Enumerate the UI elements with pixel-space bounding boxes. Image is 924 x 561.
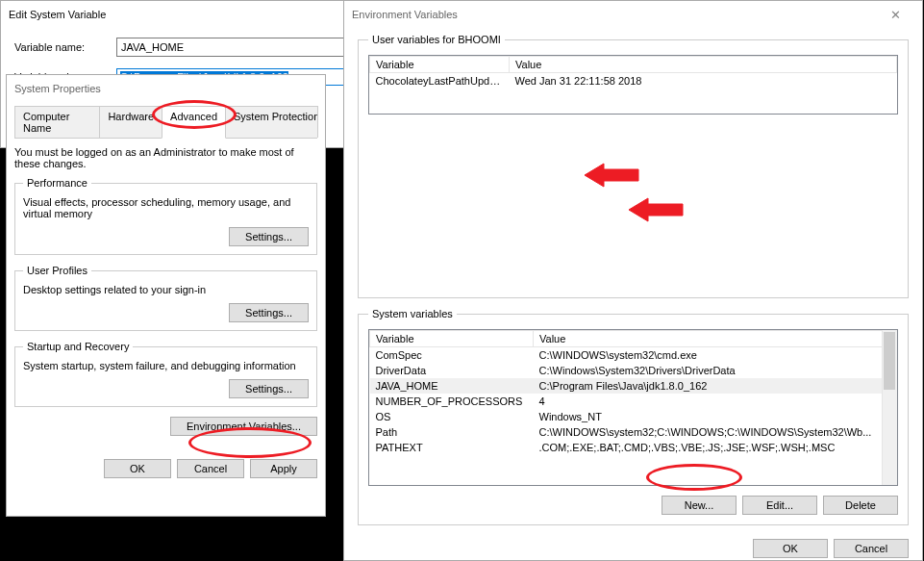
user-variables-table[interactable]: Variable Value ChocolateyLastPathUpdateW… <box>368 55 898 115</box>
tab-hardware[interactable]: Hardware <box>99 106 162 138</box>
system-variables-legend: System variables <box>368 308 457 319</box>
performance-legend: Performance <box>23 177 91 189</box>
variable-name-label: Variable name: <box>14 41 116 53</box>
table-row[interactable]: DriverDataC:\Windows\System32\Drivers\Dr… <box>370 363 897 378</box>
cell-variable: DriverData <box>370 363 534 378</box>
performance-desc: Visual effects, processor scheduling, me… <box>23 196 309 219</box>
sysprops-cancel-button[interactable]: Cancel <box>177 459 244 478</box>
table-row[interactable]: OSWindows_NT <box>370 409 897 424</box>
sysprops-apply-button[interactable]: Apply <box>250 459 317 478</box>
envvars-ok-button[interactable]: OK <box>753 539 828 558</box>
sysprops-titlebar: System Properties <box>7 75 325 102</box>
user-variables-legend: User variables for BHOOMI <box>368 34 505 45</box>
table-row[interactable]: NUMBER_OF_PROCESSORS4 <box>370 394 897 409</box>
cell-value: Windows_NT <box>534 409 897 424</box>
admin-info-text: You must be logged on as an Administrato… <box>14 146 317 169</box>
cell-variable: JAVA_HOME <box>370 378 534 394</box>
user-profiles-settings-button[interactable]: Settings... <box>229 303 309 322</box>
system-properties-window: System Properties Computer Name Hardware… <box>6 74 326 517</box>
tab-computer-name[interactable]: Computer Name <box>14 106 100 138</box>
startup-desc: System startup, system failure, and debu… <box>23 360 309 371</box>
user-variables-fieldset: User variables for BHOOMI Variable Value… <box>358 34 909 298</box>
system-variables-table[interactable]: Variable Value ComSpecC:\WINDOWS\system3… <box>368 329 898 486</box>
sys-th-value[interactable]: Value <box>534 331 897 347</box>
table-row[interactable]: JAVA_HOMEC:\Program Files\Java\jdk1.8.0_… <box>370 378 897 394</box>
tab-system-protection[interactable]: System Protection <box>225 106 318 138</box>
envvars-title: Environment Variables <box>352 9 876 20</box>
startup-fieldset: Startup and Recovery System startup, sys… <box>14 341 317 407</box>
user-th-value[interactable]: Value <box>510 57 897 73</box>
user-th-variable[interactable]: Variable <box>370 57 510 73</box>
system-variables-fieldset: System variables Variable Value ComSpecC… <box>358 308 909 525</box>
cell-variable: OS <box>370 409 534 424</box>
table-row[interactable]: PATHEXT.COM;.EXE;.BAT;.CMD;.VBS;.VBE;.JS… <box>370 440 897 455</box>
sys-delete-button[interactable]: Delete <box>823 496 898 515</box>
sysprops-title: System Properties <box>14 83 317 94</box>
tab-advanced[interactable]: Advanced <box>162 106 226 139</box>
cell-value: C:\Windows\System32\Drivers\DriverData <box>534 363 897 378</box>
table-row[interactable]: ChocolateyLastPathUpdateWed Jan 31 22:11… <box>370 73 897 89</box>
environment-variables-button[interactable]: Environment Variables... <box>170 417 317 436</box>
cell-variable: NUMBER_OF_PROCESSORS <box>370 394 534 409</box>
cell-value: C:\WINDOWS\system32;C:\WINDOWS;C:\WINDOW… <box>534 424 897 440</box>
cell-variable: ComSpec <box>370 347 534 364</box>
sys-th-variable[interactable]: Variable <box>370 331 534 347</box>
envvars-titlebar: Environment Variables ✕ <box>344 1 922 28</box>
envvars-cancel-button[interactable]: Cancel <box>834 539 909 558</box>
cell-variable: ChocolateyLastPathUpdate <box>370 73 510 89</box>
user-profiles-legend: User Profiles <box>23 265 91 276</box>
performance-fieldset: Performance Visual effects, processor sc… <box>14 177 317 255</box>
cell-value: 4 <box>534 394 897 409</box>
cell-value: Wed Jan 31 22:11:58 2018 <box>510 73 897 89</box>
scroll-thumb[interactable] <box>884 332 895 390</box>
sys-new-button[interactable]: New... <box>662 496 737 515</box>
sys-scrollbar[interactable] <box>882 330 897 485</box>
user-profiles-desc: Desktop settings related to your sign-in <box>23 284 309 295</box>
table-row[interactable]: PathC:\WINDOWS\system32;C:\WINDOWS;C:\WI… <box>370 424 897 440</box>
environment-variables-window: Environment Variables ✕ User variables f… <box>343 0 923 561</box>
cell-variable: PATHEXT <box>370 440 534 455</box>
table-row[interactable]: ComSpecC:\WINDOWS\system32\cmd.exe <box>370 347 897 364</box>
cell-variable: Path <box>370 424 534 440</box>
user-profiles-fieldset: User Profiles Desktop settings related t… <box>14 265 317 331</box>
startup-settings-button[interactable]: Settings... <box>229 379 309 398</box>
sysprops-ok-button[interactable]: OK <box>104 459 171 478</box>
sysprops-tabs: Computer Name Hardware Advanced System P… <box>14 106 317 139</box>
performance-settings-button[interactable]: Settings... <box>229 227 309 246</box>
sys-edit-button[interactable]: Edit... <box>742 496 817 515</box>
close-icon[interactable]: ✕ <box>876 1 914 28</box>
cell-value: C:\WINDOWS\system32\cmd.exe <box>534 347 897 364</box>
startup-legend: Startup and Recovery <box>23 341 133 352</box>
cell-value: .COM;.EXE;.BAT;.CMD;.VBS;.VBE;.JS;.JSE;.… <box>534 440 897 455</box>
cell-value: C:\Program Files\Java\jdk1.8.0_162 <box>534 378 897 394</box>
